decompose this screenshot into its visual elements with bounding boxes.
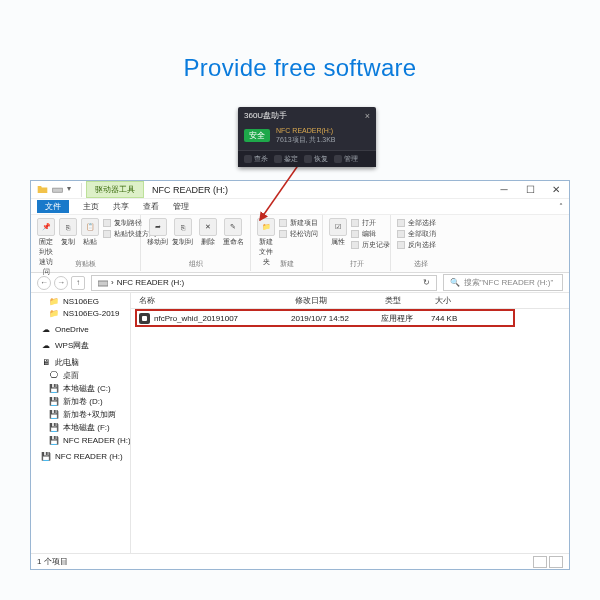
view-icons-button[interactable]: [549, 556, 563, 568]
svg-rect-2: [98, 281, 108, 286]
sidebar-drive-c[interactable]: 💾本地磁盘 (C:): [31, 382, 130, 395]
sidebar: 📁NS106EG 📁NS106EG-2019 ☁OneDrive ☁WPS网盘 …: [31, 293, 131, 553]
sidebar-drive-d[interactable]: 💾新加卷 (D:): [31, 395, 130, 408]
back-button[interactable]: ←: [37, 276, 51, 290]
menu-share[interactable]: 共享: [113, 201, 129, 212]
group-clipboard-label: 剪贴板: [31, 257, 141, 271]
safe-badge: 安全: [244, 129, 270, 142]
close-button[interactable]: ✕: [543, 181, 569, 199]
address-bar: ← → ↑ › NFC READER (H:) ↻ 🔍 搜索"NFC READE…: [31, 273, 569, 293]
breadcrumb-current: NFC READER (H:): [117, 278, 185, 287]
menu-manage[interactable]: 管理: [173, 201, 189, 212]
popup-drive-stats: 7613项目, 共1.3KB: [276, 135, 336, 144]
headline: Provide free software: [0, 54, 600, 82]
group-open-label: 打开: [323, 257, 391, 271]
refresh-icon[interactable]: ↻: [423, 278, 430, 287]
col-name[interactable]: 名称: [131, 293, 291, 308]
group-organize-label: 组织: [141, 257, 251, 271]
sidebar-onedrive[interactable]: ☁OneDrive: [31, 323, 130, 335]
table-row[interactable]: nfcPro_whid_20191007 2019/10/7 14:52 应用程…: [131, 311, 569, 326]
drive-icon: [98, 278, 108, 288]
open-button[interactable]: 打开: [351, 218, 390, 228]
group-select-label: 选择: [391, 257, 451, 271]
popup-tool-manage[interactable]: 管理: [334, 154, 358, 164]
menu-home[interactable]: 主页: [83, 201, 99, 212]
usb-popup: 360U盘助手 × 安全 NFC READER(H:) 7613项目, 共1.3…: [238, 107, 376, 167]
select-all-button[interactable]: 全部选择: [397, 218, 436, 228]
menubar: 文件 主页 共享 查看 管理 ˄: [31, 199, 569, 215]
select-none-button[interactable]: 全部取消: [397, 229, 436, 239]
rename-button[interactable]: ✎重命名: [223, 218, 244, 247]
invert-selection-button[interactable]: 反向选择: [397, 240, 436, 250]
ribbon: 📌固定到快 速访问 ⎘复制 📋粘贴 复制路径 粘贴快捷方式 ➦移动到 ⎘复制到 …: [31, 215, 569, 273]
file-pane: 名称 修改日期 类型 大小 nfcPro_whid_20191007 2019/…: [131, 293, 569, 553]
maximize-button[interactable]: ☐: [517, 181, 543, 199]
search-icon: 🔍: [450, 278, 460, 287]
up-button[interactable]: ↑: [71, 276, 85, 290]
cell-size: 744 KB: [431, 314, 481, 323]
svg-rect-1: [53, 188, 63, 192]
search-input[interactable]: 🔍 搜索"NFC READER (H:)": [443, 274, 563, 291]
easy-access-button[interactable]: 轻松访问: [279, 229, 318, 239]
popup-tool-identify[interactable]: 鉴定: [274, 154, 298, 164]
sidebar-drive-f[interactable]: 💾本地磁盘 (F:): [31, 421, 130, 434]
sidebar-thispc[interactable]: 🖥此电脑: [31, 356, 130, 369]
chevron-down-icon[interactable]: ▾: [67, 184, 71, 195]
minimize-button[interactable]: ─: [491, 181, 517, 199]
cell-type: 应用程序: [381, 313, 431, 324]
col-date[interactable]: 修改日期: [291, 293, 381, 308]
sidebar-drive-h[interactable]: 💾NFC READER (H:): [31, 434, 130, 446]
status-bar: 1 个项目: [31, 553, 569, 569]
folder-icon: [37, 184, 48, 195]
moveto-button[interactable]: ➦移动到: [147, 218, 168, 247]
view-details-button[interactable]: [533, 556, 547, 568]
popup-tool-recover[interactable]: 恢复: [304, 154, 328, 164]
sidebar-item[interactable]: 📁NS106EG-2019: [31, 307, 130, 319]
paste-button[interactable]: 📋粘贴: [81, 218, 99, 247]
history-button[interactable]: 历史记录: [351, 240, 390, 250]
properties-button[interactable]: ☑属性: [329, 218, 347, 247]
ribbon-collapse-icon[interactable]: ˄: [559, 202, 569, 211]
window-title: NFC READER (H:): [152, 185, 228, 195]
item-count: 1 个项目: [37, 556, 68, 567]
close-icon[interactable]: ×: [365, 111, 370, 121]
popup-tool-scan[interactable]: 查杀: [244, 154, 268, 164]
copyto-button[interactable]: ⎘复制到: [172, 218, 193, 247]
group-new-label: 新建: [251, 257, 323, 271]
col-size[interactable]: 大小: [431, 293, 481, 308]
delete-button[interactable]: ✕删除: [198, 218, 219, 247]
cell-date: 2019/10/7 14:52: [291, 314, 381, 323]
sidebar-desktop[interactable]: 🖵桌面: [31, 369, 130, 382]
forward-button[interactable]: →: [54, 276, 68, 290]
column-headers: 名称 修改日期 类型 大小: [131, 293, 569, 309]
tab-drive-tools[interactable]: 驱动器工具: [86, 181, 144, 198]
explorer-window: ▾ 驱动器工具 NFC READER (H:) ─ ☐ ✕ 文件 主页 共享 查…: [30, 180, 570, 570]
menu-view[interactable]: 查看: [143, 201, 159, 212]
copy-button[interactable]: ⎘复制: [59, 218, 77, 247]
new-item-button[interactable]: 新建项目: [279, 218, 318, 228]
drive-icon: [52, 184, 63, 195]
sidebar-removable[interactable]: 💾NFC READER (H:): [31, 450, 130, 462]
sidebar-wps[interactable]: ☁WPS网盘: [31, 339, 130, 352]
sidebar-item[interactable]: 📁NS106EG: [31, 295, 130, 307]
titlebar: ▾ 驱动器工具 NFC READER (H:) ─ ☐ ✕: [31, 181, 569, 199]
menu-file[interactable]: 文件: [37, 200, 69, 213]
exe-icon: [139, 313, 150, 324]
sidebar-drive-e[interactable]: 💾新加卷+双加两: [31, 408, 130, 421]
col-type[interactable]: 类型: [381, 293, 431, 308]
breadcrumb[interactable]: › NFC READER (H:) ↻: [91, 275, 437, 291]
popup-title: 360U盘助手: [244, 110, 287, 121]
popup-drive-name: NFC READER(H:): [276, 126, 336, 135]
edit-button[interactable]: 编辑: [351, 229, 390, 239]
